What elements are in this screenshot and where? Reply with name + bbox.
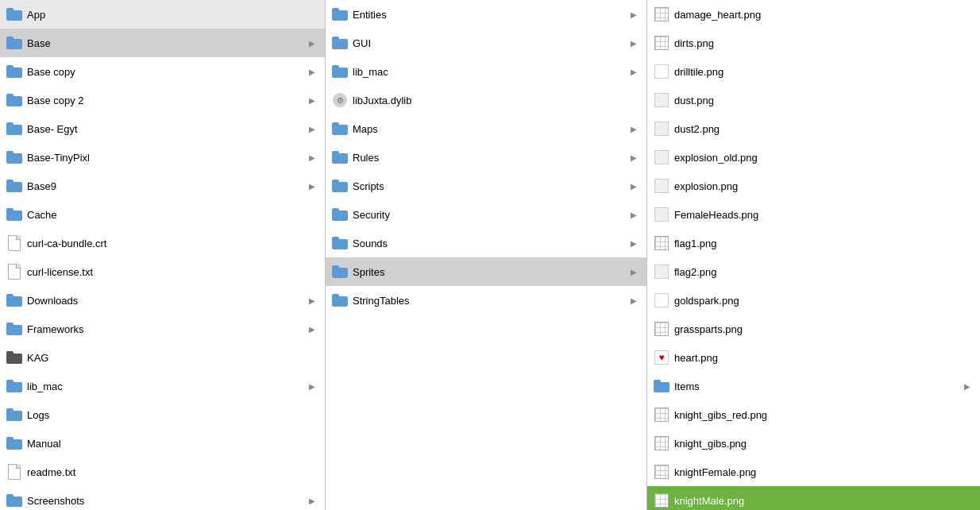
list-item[interactable]: damage_heart.png — [647, 0, 980, 29]
item-label: FemaleHeads.png — [674, 209, 974, 221]
item-label: Base — [27, 37, 306, 49]
item-label: Scripts — [353, 180, 627, 192]
folder-icon — [332, 8, 348, 21]
item-label: lib_mac — [353, 66, 627, 78]
item-label: Security — [353, 209, 627, 221]
list-item[interactable]: flag2.png — [647, 257, 980, 286]
expand-arrow-icon: ▶ — [306, 496, 318, 505]
list-item[interactable]: knightFemale.png — [647, 458, 980, 486]
expand-arrow-icon: ▶ — [627, 153, 640, 162]
list-item[interactable]: Base-TinyPixl▶ — [0, 143, 325, 172]
image-icon — [654, 64, 669, 79]
list-item[interactable]: Base9▶ — [0, 172, 325, 200]
list-item[interactable]: lib_mac▶ — [0, 372, 325, 400]
list-item[interactable]: Sounds▶ — [326, 229, 646, 257]
list-item[interactable]: Cache — [0, 200, 325, 229]
expand-arrow-icon: ▶ — [306, 68, 318, 76]
folder-icon — [6, 151, 22, 164]
list-item[interactable]: grassparts.png — [647, 315, 980, 343]
list-item[interactable]: goldspark.png — [647, 286, 980, 315]
item-label: explosion.png — [674, 180, 974, 192]
image-icon — [654, 322, 669, 336]
list-item[interactable]: Base copy▶ — [0, 57, 325, 86]
list-item[interactable]: curl-license.txt — [0, 257, 325, 286]
list-item[interactable]: Maps▶ — [326, 114, 646, 143]
list-item[interactable]: Items▶ — [647, 372, 980, 400]
image-icon — [654, 36, 669, 50]
list-item[interactable]: Base- Egyt▶ — [0, 114, 325, 143]
list-item[interactable]: Manual — [0, 429, 325, 458]
list-item[interactable]: dirts.png — [647, 29, 980, 57]
item-label: flag2.png — [674, 266, 974, 278]
list-item[interactable]: Rules▶ — [326, 143, 646, 172]
item-label: Screenshots — [27, 495, 306, 507]
item-label: grassparts.png — [674, 323, 974, 335]
list-item[interactable]: knightMale.png — [647, 486, 980, 510]
file-icon — [8, 464, 21, 480]
folder-icon — [654, 380, 669, 392]
list-item[interactable]: GUI▶ — [326, 29, 646, 57]
item-label: Maps — [353, 123, 627, 135]
list-item[interactable]: Security▶ — [326, 200, 646, 229]
list-item[interactable]: App — [0, 0, 325, 29]
expand-arrow-icon: ▶ — [627, 125, 640, 133]
item-label: curl-ca-bundle.crt — [27, 238, 318, 249]
item-label: Downloads — [27, 295, 306, 307]
list-item[interactable]: knight_gibs.png — [647, 429, 980, 458]
image-icon — [654, 207, 669, 222]
expand-arrow-icon: ▶ — [627, 10, 640, 19]
item-label: drilltile.png — [674, 66, 974, 78]
expand-arrow-icon: ▶ — [306, 325, 318, 334]
folder-icon — [332, 65, 348, 78]
list-item[interactable]: explosion_old.png — [647, 143, 980, 172]
item-label: heart.png — [674, 352, 974, 364]
list-item[interactable]: Sprites▶ — [326, 257, 646, 286]
column-2[interactable]: Entities▶GUI▶lib_mac▶⚙libJuxta.dylibMaps… — [326, 0, 647, 510]
image-icon — [654, 436, 669, 450]
list-item[interactable]: Downloads▶ — [0, 286, 325, 315]
list-item[interactable]: readme.txt — [0, 458, 325, 486]
list-item[interactable]: dust.png — [647, 86, 980, 114]
list-item[interactable]: drilltile.png — [647, 57, 980, 86]
folder-icon — [6, 380, 22, 392]
column-1[interactable]: AppBase▶Base copy▶Base copy 2▶Base- Egyt… — [0, 0, 326, 510]
item-label: Manual — [27, 438, 318, 450]
list-item[interactable]: Base copy 2▶ — [0, 86, 325, 114]
list-item[interactable]: ⚙libJuxta.dylib — [326, 86, 646, 114]
item-label: dust2.png — [674, 123, 974, 135]
list-item[interactable]: ♥heart.png — [647, 343, 980, 372]
list-item[interactable]: Screenshots▶ — [0, 486, 325, 510]
item-label: Logs — [27, 409, 318, 421]
dylib-icon: ⚙ — [333, 93, 347, 107]
list-item[interactable]: flag1.png — [647, 229, 980, 257]
folder-icon — [6, 94, 22, 106]
list-item[interactable]: explosion.png — [647, 172, 980, 200]
list-item[interactable]: knight_gibs_red.png — [647, 400, 980, 429]
item-label: Base copy 2 — [27, 95, 306, 106]
list-item[interactable]: Entities▶ — [326, 0, 646, 29]
list-item[interactable]: KAG — [0, 343, 325, 372]
item-label: explosion_old.png — [674, 152, 974, 164]
expand-arrow-icon: ▶ — [306, 382, 318, 391]
list-item[interactable]: Base▶ — [0, 29, 325, 57]
folder-icon — [332, 180, 348, 192]
folder-icon — [6, 408, 22, 421]
item-label: damage_heart.png — [674, 9, 974, 21]
item-label: knight_gibs.png — [674, 438, 974, 450]
list-item[interactable]: lib_mac▶ — [326, 57, 646, 86]
image-icon — [654, 122, 669, 136]
expand-arrow-icon: ▶ — [306, 182, 318, 191]
list-item[interactable]: Logs — [0, 400, 325, 429]
item-label: lib_mac — [27, 381, 306, 392]
item-label: GUI — [353, 37, 627, 49]
list-item[interactable]: Frameworks▶ — [0, 315, 325, 343]
item-label: libJuxta.dylib — [353, 95, 640, 106]
list-item[interactable]: dust2.png — [647, 114, 980, 143]
list-item[interactable]: FemaleHeads.png — [647, 200, 980, 229]
image-icon — [654, 265, 669, 279]
list-item[interactable]: Scripts▶ — [326, 172, 646, 200]
folder-icon — [6, 437, 22, 450]
list-item[interactable]: StringTables▶ — [326, 286, 646, 315]
list-item[interactable]: curl-ca-bundle.crt — [0, 229, 325, 257]
column-3[interactable]: damage_heart.pngdirts.pngdrilltile.pngdu… — [647, 0, 980, 510]
